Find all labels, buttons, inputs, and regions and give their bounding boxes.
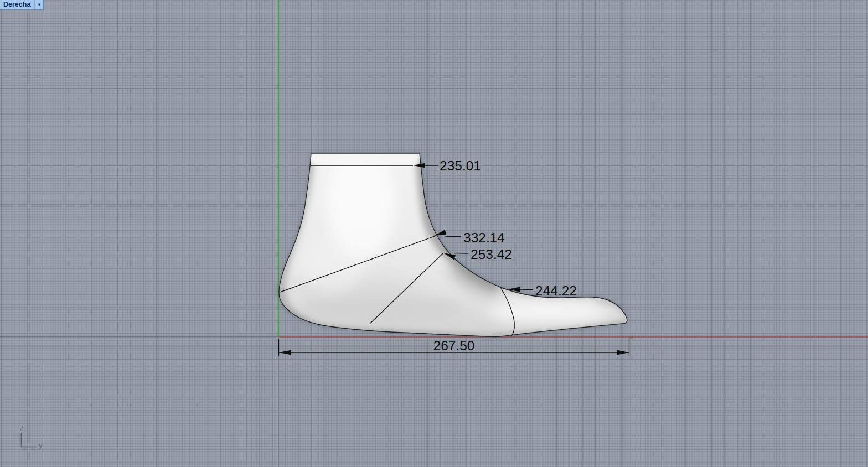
- foot-last-model[interactable]: [279, 149, 627, 337]
- axis-gizmo-z-label: z: [20, 424, 24, 432]
- dimension-label[interactable]: 267.50: [433, 338, 475, 353]
- cad-window: 235.01 332.14 253.42: [0, 0, 868, 467]
- viewport-scene: 235.01 332.14 253.42: [0, 0, 868, 467]
- arrowhead-right-icon: [617, 350, 629, 355]
- viewport-menu-button[interactable]: ▼: [35, 0, 43, 9]
- axis-gizmo: z y: [20, 424, 43, 449]
- viewport-title-tab[interactable]: Derecha ▼: [0, 0, 44, 10]
- dimension-label[interactable]: 235.01: [440, 158, 481, 173]
- axis-z-green: [278, 0, 279, 337]
- axis-gizmo-y-label: y: [39, 441, 43, 449]
- model-shading: [281, 149, 627, 336]
- dimension-label[interactable]: 253.42: [471, 247, 512, 262]
- dimension-length[interactable]: 267.50: [279, 338, 629, 356]
- axis-y-red: [278, 336, 868, 338]
- viewport-canvas[interactable]: 235.01 332.14 253.42: [0, 0, 868, 467]
- arrowhead-left-icon: [279, 350, 291, 355]
- dimension-label[interactable]: 332.14: [463, 230, 505, 245]
- chevron-down-icon: ▼: [37, 2, 42, 7]
- dimension-label[interactable]: 244.22: [535, 283, 577, 298]
- viewport-title[interactable]: Derecha: [0, 0, 34, 9]
